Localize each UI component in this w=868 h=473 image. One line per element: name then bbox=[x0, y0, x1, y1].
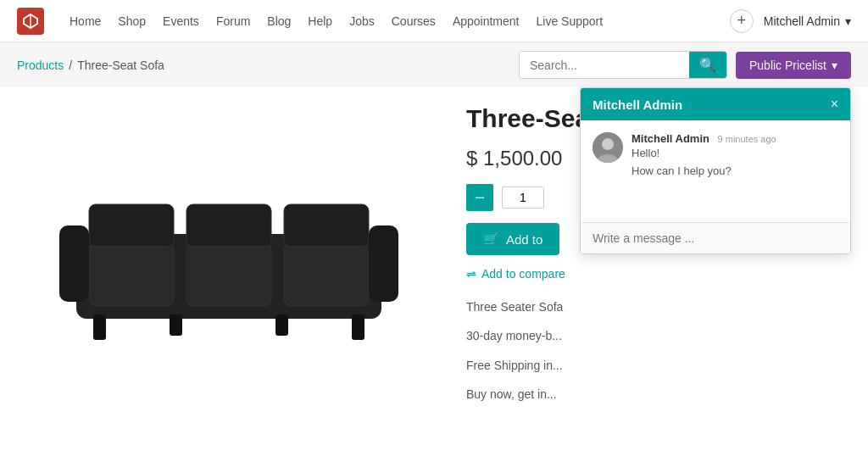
breadcrumb-current: Three-Seat Sofa bbox=[77, 58, 164, 72]
cart-icon: 🛒 bbox=[483, 231, 499, 247]
nav-links: Home Shop Events Forum Blog Help Jobs Co… bbox=[70, 14, 730, 28]
svg-rect-6 bbox=[89, 204, 174, 247]
svg-rect-12 bbox=[352, 314, 364, 340]
add-to-compare-label: Add to compare bbox=[481, 267, 565, 281]
compare-icon: ⇌ bbox=[466, 267, 476, 281]
user-menu[interactable]: Mitchell Admin ▾ bbox=[764, 14, 851, 28]
nav-help[interactable]: Help bbox=[308, 14, 332, 28]
nav-jobs[interactable]: Jobs bbox=[349, 14, 375, 28]
breadcrumb-parent[interactable]: Products bbox=[17, 58, 64, 72]
chat-header: Mitchell Admin × bbox=[581, 88, 850, 120]
svg-rect-4 bbox=[186, 242, 271, 306]
svg-rect-10 bbox=[369, 225, 398, 302]
nav-right: + Mitchell Admin ▾ bbox=[730, 9, 851, 33]
svg-rect-13 bbox=[170, 314, 182, 336]
chat-sender-header: Mitchell Admin 9 minutes ago bbox=[632, 132, 776, 145]
chat-widget: Mitchell Admin × Mitchell Admin 9 minute… bbox=[580, 87, 851, 254]
chat-close-button[interactable]: × bbox=[831, 97, 838, 112]
product-description-line4: Buy now, get in... bbox=[466, 385, 851, 403]
product-description-line1: Three Seater Sofa bbox=[466, 298, 851, 316]
user-name: Mitchell Admin bbox=[764, 14, 840, 28]
search-box: 🔍 bbox=[519, 51, 727, 79]
navbar: Home Shop Events Forum Blog Help Jobs Co… bbox=[0, 0, 868, 42]
pricelist-caret-icon: ▾ bbox=[832, 58, 837, 72]
search-area: 🔍 Public Pricelist ▾ bbox=[519, 51, 851, 79]
chat-message-content: Mitchell Admin 9 minutes ago Hello! How … bbox=[632, 132, 776, 177]
search-button[interactable]: 🔍 bbox=[689, 52, 726, 78]
product-description-line2: 30-day money-b... bbox=[466, 326, 851, 345]
breadcrumb: Products / Three-Seat Sofa bbox=[17, 58, 502, 72]
main-content: Three-Seat Sofa $ 1,500.00 − 🛒 Add to ⇌ … bbox=[0, 87, 868, 431]
chat-title: Mitchell Admin bbox=[593, 97, 682, 112]
pricelist-button[interactable]: Public Pricelist ▾ bbox=[736, 52, 851, 79]
nav-courses[interactable]: Courses bbox=[392, 14, 436, 28]
chat-message-input[interactable] bbox=[593, 231, 838, 245]
pricelist-label: Public Pricelist bbox=[749, 58, 826, 72]
chat-message-text1: Hello! bbox=[632, 147, 776, 159]
quantity-input[interactable] bbox=[502, 186, 544, 209]
svg-rect-3 bbox=[89, 242, 174, 306]
add-to-cart-label: Add to bbox=[506, 232, 542, 247]
nav-home[interactable]: Home bbox=[70, 14, 101, 28]
app-logo[interactable] bbox=[17, 8, 44, 35]
svg-rect-11 bbox=[93, 314, 106, 340]
chat-message: Mitchell Admin 9 minutes ago Hello! How … bbox=[593, 132, 838, 177]
nav-events[interactable]: Events bbox=[163, 14, 199, 28]
add-to-compare-link[interactable]: ⇌ Add to compare bbox=[466, 267, 851, 281]
chat-body: Mitchell Admin 9 minutes ago Hello! How … bbox=[581, 120, 850, 222]
nav-shop[interactable]: Shop bbox=[118, 14, 146, 28]
chat-input-area bbox=[581, 222, 850, 253]
svg-rect-8 bbox=[284, 204, 369, 247]
user-caret-icon: ▾ bbox=[845, 14, 851, 28]
nav-live-support[interactable]: Live Support bbox=[536, 14, 603, 28]
add-to-cart-button[interactable]: 🛒 Add to bbox=[466, 223, 559, 255]
avatar bbox=[593, 132, 623, 163]
chat-sender-time: 9 minutes ago bbox=[718, 134, 776, 144]
top-bar: Products / Three-Seat Sofa 🔍 Public Pric… bbox=[0, 42, 868, 87]
product-description-line3: Free Shipping in... bbox=[466, 356, 851, 375]
nav-appointment[interactable]: Appointment bbox=[453, 14, 520, 28]
svg-rect-14 bbox=[275, 314, 288, 336]
nav-forum[interactable]: Forum bbox=[216, 14, 250, 28]
breadcrumb-separator: / bbox=[69, 58, 72, 72]
svg-rect-9 bbox=[59, 225, 89, 302]
svg-point-16 bbox=[602, 138, 614, 150]
product-image bbox=[17, 104, 441, 415]
nav-blog[interactable]: Blog bbox=[267, 14, 291, 28]
quantity-minus-button[interactable]: − bbox=[466, 184, 493, 211]
sofa-svg bbox=[51, 166, 407, 353]
search-input[interactable] bbox=[520, 52, 689, 78]
svg-rect-5 bbox=[284, 242, 369, 306]
chat-message-text2: How can I help you? bbox=[632, 164, 776, 177]
chat-sender-name: Mitchell Admin bbox=[632, 132, 709, 145]
svg-rect-7 bbox=[186, 204, 271, 247]
add-menu-button[interactable]: + bbox=[730, 9, 754, 33]
